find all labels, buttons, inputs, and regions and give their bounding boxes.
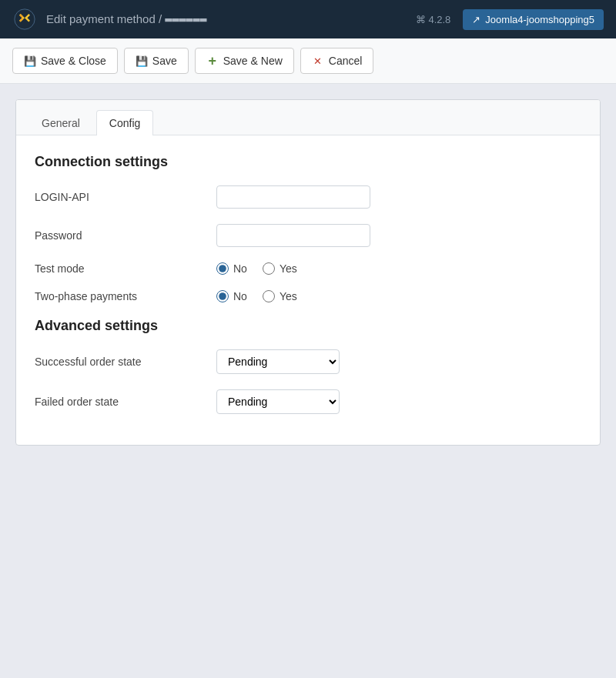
save-icon: 💾 bbox=[136, 55, 148, 67]
navbar: Edit payment method / ▬▬▬▬▬▬ ⌘ 4.2.8 ↗ J… bbox=[0, 0, 616, 38]
site-button-label: Joomla4-joomshopping5 bbox=[485, 14, 594, 25]
navbar-right: ⌘ 4.2.8 ↗ Joomla4-joomshopping5 bbox=[416, 9, 604, 30]
save-button[interactable]: 💾 Save bbox=[124, 48, 189, 74]
save-label: Save bbox=[152, 55, 177, 67]
external-link-icon: ↗ bbox=[472, 14, 480, 25]
test-mode-radio-group: No Yes bbox=[216, 262, 297, 275]
cancel-button[interactable]: ✕ Cancel bbox=[300, 48, 374, 74]
tab-general[interactable]: General bbox=[28, 110, 93, 135]
connection-settings-title: Connection settings bbox=[35, 154, 581, 170]
test-mode-label: Test mode bbox=[35, 262, 204, 275]
joomla-logo-icon bbox=[12, 7, 37, 32]
failed-order-label: Failed order state bbox=[35, 396, 204, 408]
save-close-icon: 💾 bbox=[24, 55, 36, 67]
save-close-label: Save & Close bbox=[41, 55, 106, 67]
two-phase-group: Two-phase payments No Yes bbox=[35, 290, 581, 302]
cancel-label: Cancel bbox=[329, 55, 363, 67]
successful-order-group: Successful order state Pending Processin… bbox=[35, 349, 581, 374]
test-mode-yes-radio[interactable] bbox=[263, 262, 275, 275]
password-label: Password bbox=[35, 229, 204, 242]
login-api-label: LOGIN-API bbox=[35, 191, 204, 203]
test-mode-no-option[interactable]: No bbox=[216, 262, 247, 275]
tab-config[interactable]: Config bbox=[96, 110, 153, 135]
cancel-icon: ✕ bbox=[312, 55, 324, 67]
svg-point-0 bbox=[15, 9, 35, 29]
password-input[interactable] bbox=[216, 224, 370, 247]
save-close-button[interactable]: 💾 Save & Close bbox=[12, 48, 118, 74]
version-badge: ⌘ 4.2.8 bbox=[416, 14, 451, 25]
content-card: General Config Connection settings LOGIN… bbox=[15, 99, 601, 446]
test-mode-group: Test mode No Yes bbox=[35, 262, 581, 275]
password-group: Password bbox=[35, 224, 581, 247]
two-phase-no-label: No bbox=[233, 290, 247, 302]
two-phase-yes-label: Yes bbox=[280, 290, 297, 302]
test-mode-no-label: No bbox=[233, 262, 247, 275]
two-phase-radio-group: No Yes bbox=[216, 290, 297, 302]
test-mode-yes-label: Yes bbox=[280, 262, 297, 275]
save-new-label: Save & New bbox=[223, 55, 283, 67]
two-phase-no-radio[interactable] bbox=[216, 290, 229, 302]
tabs-bar: General Config bbox=[16, 100, 600, 135]
two-phase-yes-option[interactable]: Yes bbox=[263, 290, 297, 302]
save-new-button[interactable]: + Save & New bbox=[195, 48, 294, 74]
tab-general-label: General bbox=[42, 117, 80, 129]
page-title: Edit payment method / ▬▬▬▬▬▬ bbox=[46, 12, 206, 26]
two-phase-yes-radio[interactable] bbox=[263, 290, 275, 302]
successful-order-label: Successful order state bbox=[35, 356, 204, 368]
failed-order-select[interactable]: Pending Processing Completed Cancelled bbox=[216, 389, 340, 414]
tab-config-label: Config bbox=[109, 117, 140, 129]
toolbar: 💾 Save & Close 💾 Save + Save & New ✕ Can… bbox=[0, 38, 616, 84]
two-phase-no-option[interactable]: No bbox=[216, 290, 247, 302]
main-content: General Config Connection settings LOGIN… bbox=[0, 84, 616, 678]
form-body: Connection settings LOGIN-API Password T… bbox=[16, 135, 600, 445]
login-api-group: LOGIN-API bbox=[35, 185, 581, 209]
navbar-left: Edit payment method / ▬▬▬▬▬▬ bbox=[12, 7, 206, 32]
test-mode-no-radio[interactable] bbox=[216, 262, 229, 275]
two-phase-label: Two-phase payments bbox=[35, 290, 204, 302]
login-api-input[interactable] bbox=[216, 185, 370, 209]
advanced-settings-title: Advanced settings bbox=[35, 318, 581, 334]
failed-order-group: Failed order state Pending Processing Co… bbox=[35, 389, 581, 414]
test-mode-yes-option[interactable]: Yes bbox=[263, 262, 297, 275]
site-link-button[interactable]: ↗ Joomla4-joomshopping5 bbox=[463, 9, 604, 30]
successful-order-select[interactable]: Pending Processing Completed Cancelled bbox=[216, 349, 340, 374]
payment-method-name: ▬▬▬▬▬▬ bbox=[165, 12, 206, 26]
save-new-icon: + bbox=[206, 55, 219, 67]
